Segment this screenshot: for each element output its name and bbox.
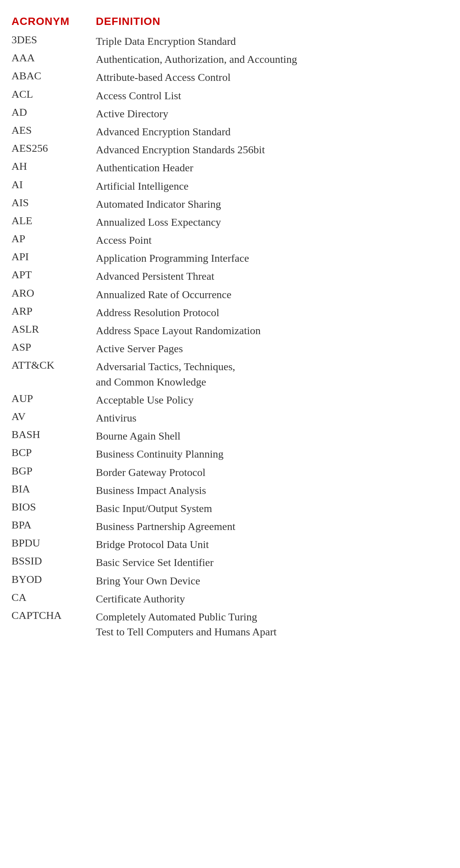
acronym-cell: CA (12, 591, 96, 604)
table-row: ASPActive Server Pages (12, 340, 449, 358)
acronym-cell: BIOS (12, 501, 96, 513)
table-row: ABACAttribute-based Access Control (12, 68, 449, 86)
definition-cell: Acceptable Use Policy (96, 392, 449, 407)
acronym-cell: AIS (12, 197, 96, 209)
definition-cell: Address Resolution Protocol (96, 305, 449, 320)
definition-cell: Authentication, Authorization, and Accou… (96, 52, 449, 67)
table-row: AVAntivirus (12, 409, 449, 427)
definition-cell: Business Continuity Planning (96, 446, 449, 461)
table-row: ACLAccess Control List (12, 87, 449, 105)
acronym-cell: 3DES (12, 34, 96, 46)
definition-cell: Bridge Protocol Data Unit (96, 537, 449, 552)
table-row: BYODBring Your Own Device (12, 572, 449, 590)
definition-cell: Address Space Layout Randomization (96, 323, 449, 338)
acronym-cell: AI (12, 179, 96, 191)
table-row: CACertificate Authority (12, 590, 449, 608)
table-row: BIABusiness Impact Analysis (12, 481, 449, 499)
acronym-cell: BASH (12, 428, 96, 441)
definition-cell: Annualized Loss Expectancy (96, 215, 449, 230)
acronym-cell: ABAC (12, 70, 96, 82)
table-row: APTAdvanced Persistent Threat (12, 267, 449, 285)
table-row: ARPAddress Resolution Protocol (12, 304, 449, 322)
acronym-cell: AES256 (12, 142, 96, 154)
table-row: AISAutomated Indicator Sharing (12, 195, 449, 213)
definition-cell: Triple Data Encryption Standard (96, 34, 449, 49)
definition-cell: Active Server Pages (96, 341, 449, 356)
table-row: BIOSBasic Input/Output System (12, 499, 449, 517)
table-row: BCPBusiness Continuity Planning (12, 445, 449, 463)
definition-cell: Active Directory (96, 106, 449, 121)
table-row: AESAdvanced Encryption Standard (12, 123, 449, 141)
definition-cell: Bourne Again Shell (96, 428, 449, 443)
acronym-cell: ASP (12, 341, 96, 353)
definition-column-header: DEFINITION (96, 15, 449, 28)
table-row: BPABusiness Partnership Agreement (12, 517, 449, 535)
table-row: ADActive Directory (12, 105, 449, 123)
acronym-cell: ARP (12, 305, 96, 317)
table-row: CAPTCHACompletely Automated Public Turin… (12, 608, 449, 641)
acronym-cell: ACL (12, 88, 96, 100)
acronym-cell: AV (12, 410, 96, 423)
acronym-column-header: ACRONYM (12, 15, 96, 28)
definition-cell: Access Control List (96, 88, 449, 103)
acronym-cell: ASLR (12, 323, 96, 335)
definition-cell: Certificate Authority (96, 591, 449, 606)
table-row: AAAAuthentication, Authorization, and Ac… (12, 50, 449, 68)
acronym-cell: AAA (12, 52, 96, 64)
acronym-cell: BIA (12, 483, 96, 495)
table-row: AUPAcceptable Use Policy (12, 391, 449, 409)
acronym-cell: AP (12, 233, 96, 245)
acronym-cell: AH (12, 160, 96, 172)
definition-cell: Bring Your Own Device (96, 573, 449, 588)
definition-cell: Business Impact Analysis (96, 483, 449, 498)
definition-cell: Application Programming Interface (96, 251, 449, 266)
table-row: BPDUBridge Protocol Data Unit (12, 535, 449, 553)
table-row: AHAuthentication Header (12, 159, 449, 177)
table-row: BASHBourne Again Shell (12, 427, 449, 445)
table-row: 3DESTriple Data Encryption Standard (12, 32, 449, 50)
acronym-cell: AES (12, 124, 96, 136)
table-row: AIArtificial Intelligence (12, 177, 449, 195)
table-row: AROAnnualized Rate of Occurrence (12, 286, 449, 304)
definition-cell: Attribute-based Access Control (96, 70, 449, 85)
definition-cell: Authentication Header (96, 160, 449, 175)
acronym-cell: BCP (12, 446, 96, 459)
acronym-cell: BPDU (12, 537, 96, 549)
definition-cell: Business Partnership Agreement (96, 519, 449, 534)
definition-cell: Artificial Intelligence (96, 179, 449, 194)
table-row: AES256Advanced Encryption Standards 256b… (12, 141, 449, 159)
acronym-cell: BGP (12, 465, 96, 477)
definition-cell: Border Gateway Protocol (96, 465, 449, 480)
acronym-cell: APT (12, 269, 96, 281)
definition-cell: Advanced Encryption Standard (96, 124, 449, 139)
acronym-table: ACRONYM DEFINITION 3DESTriple Data Encry… (12, 15, 449, 641)
acronym-cell: API (12, 251, 96, 263)
acronym-cell: ATT&CK (12, 359, 96, 371)
definition-cell: Basic Input/Output System (96, 501, 449, 516)
table-row: BSSIDBasic Service Set Identifier (12, 553, 449, 571)
table-header: ACRONYM DEFINITION (12, 15, 449, 29)
acronym-cell: CAPTCHA (12, 609, 96, 622)
definition-cell: Adversarial Tactics, Techniques,and Comm… (96, 359, 449, 389)
table-row: APAccess Point (12, 231, 449, 249)
acronym-cell: ALE (12, 215, 96, 227)
table-body: 3DESTriple Data Encryption StandardAAAAu… (12, 32, 449, 641)
table-row: BGPBorder Gateway Protocol (12, 463, 449, 481)
table-row: ATT&CKAdversarial Tactics, Techniques,an… (12, 358, 449, 391)
definition-cell: Advanced Encryption Standards 256bit (96, 142, 449, 157)
acronym-cell: BYOD (12, 573, 96, 586)
definition-cell: Antivirus (96, 410, 449, 425)
acronym-cell: BSSID (12, 555, 96, 567)
acronym-cell: AD (12, 106, 96, 118)
definition-cell: Annualized Rate of Occurrence (96, 287, 449, 302)
definition-cell: Automated Indicator Sharing (96, 197, 449, 212)
acronym-cell: BPA (12, 519, 96, 531)
definition-cell: Advanced Persistent Threat (96, 269, 449, 284)
definition-cell: Basic Service Set Identifier (96, 555, 449, 570)
acronym-cell: AUP (12, 392, 96, 405)
definition-cell: Completely Automated Public TuringTest t… (96, 609, 449, 639)
acronym-cell: ARO (12, 287, 96, 299)
table-row: ASLRAddress Space Layout Randomization (12, 322, 449, 340)
table-row: ALEAnnualized Loss Expectancy (12, 213, 449, 231)
table-row: APIApplication Programming Interface (12, 249, 449, 267)
